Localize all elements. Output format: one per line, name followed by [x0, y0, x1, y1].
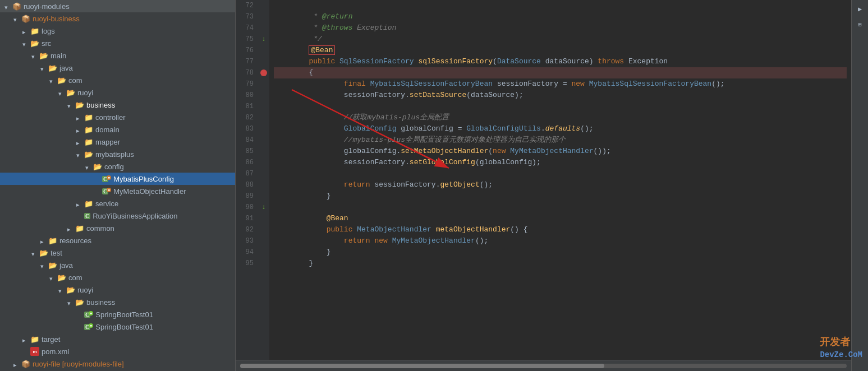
code-line-94: }: [274, 247, 847, 258]
tree-item-MyMetaObjectHandler[interactable]: C ● MyMetaObjectHandler: [0, 185, 235, 197]
tree-item-test[interactable]: 📂 test: [0, 247, 235, 259]
tree-item-controller[interactable]: 📁 controller: [0, 111, 235, 123]
folder-icon: 📁: [84, 137, 93, 146]
tree-label: target: [42, 335, 60, 344]
module-icon: 📦: [21, 359, 30, 368]
line-num-84: 84: [240, 135, 254, 146]
tree-label: com: [68, 76, 82, 85]
tree-label: ruoyi-modules: [24, 2, 70, 11]
line-num-87: 87: [240, 168, 254, 179]
tree-item-ruoyi-modules[interactable]: 📦 ruoyi-modules: [0, 0, 235, 12]
code-line-91: public MetaObjectHandler metaObjectHandl…: [274, 213, 847, 224]
line-num-76: 76: [240, 45, 254, 56]
expand-arrow: [58, 286, 65, 293]
line-num-93: 93: [240, 235, 254, 247]
code-line-95: [274, 258, 847, 269]
tree-label: ruoyi-business: [33, 15, 80, 23]
tree-item-java[interactable]: 📂 java: [0, 62, 235, 74]
tree-label: MyMetaObjectHandler: [113, 187, 186, 196]
tree-item-ruoyi-file[interactable]: 📦 ruoyi-file [ruoyi-modules-file]: [0, 358, 235, 370]
tree-item-java-test[interactable]: 📂 java: [0, 259, 235, 271]
expand-arrow: [76, 138, 83, 145]
tree-item-RuoYiBusinessApplication[interactable]: C RuoYiBusinessApplication: [0, 210, 235, 222]
tree-item-main[interactable]: 📂 main: [0, 49, 235, 62]
tree-item-ruoyi[interactable]: 📂 ruoyi: [0, 86, 235, 99]
tree-item-mapper[interactable]: 📁 mapper: [0, 136, 235, 148]
tree-item-src[interactable]: 📂 src: [0, 37, 235, 49]
horizontal-scrollbar[interactable]: [240, 364, 847, 368]
watermark: 开发者 DevZe.CoM: [820, 335, 862, 360]
line-num-95: 95: [240, 258, 254, 269]
java-file-icon: C: [84, 213, 90, 219]
tree-label: service: [95, 200, 118, 208]
expand-arrow: [31, 52, 38, 59]
tree-item-MybatisPlusConfig[interactable]: C ● MybatisPlusConfig: [0, 173, 235, 185]
line-num-83: 83: [240, 123, 254, 135]
editor-bottom-bar: [236, 360, 851, 371]
line-num-74: 74: [240, 22, 254, 34]
line-num-91: 91: [240, 213, 254, 224]
breakpoint-dot[interactable]: [260, 69, 267, 76]
watermark-cn: 开发者: [820, 337, 850, 348]
folder-icon: 📂: [57, 273, 66, 282]
line-num-72: 72: [240, 0, 254, 11]
tree-item-SpringBootTest01-2[interactable]: C ● SpringBootTest01: [0, 321, 235, 333]
scrollbar-thumb: [240, 364, 604, 368]
tree-item-common[interactable]: 📁 common: [0, 222, 235, 234]
tree-item-business-test[interactable]: 📂 business: [0, 296, 235, 308]
code-line-73: * @throws Exception: [274, 11, 847, 22]
line-num-89: 89: [240, 191, 254, 202]
expand-arrow: [40, 262, 47, 268]
folder-icon: 📁: [30, 26, 39, 35]
tree-label: business: [86, 298, 115, 307]
line-num-85: 85: [240, 146, 254, 157]
tree-item-SpringBootTest01-1[interactable]: C ● SpringBootTest01: [0, 308, 235, 321]
tree-label: SpringBootTest01: [95, 323, 153, 331]
expand-arrow: [31, 249, 38, 256]
right-btn-1[interactable]: ▶: [853, 2, 867, 16]
tree-item-resources[interactable]: 📁 resources: [0, 234, 235, 247]
right-btn-2[interactable]: ⊞: [853, 18, 867, 31]
code-line-87: return sessionFactory.getObject();: [274, 168, 847, 179]
bookmark-icon-2: ↓: [261, 203, 265, 211]
tree-item-pom[interactable]: m pom.xml: [0, 345, 235, 358]
tree-item-domain[interactable]: 📁 domain: [0, 123, 235, 136]
tree-item-mybatisplus[interactable]: 📂 mybatisplus: [0, 148, 235, 160]
test-badge: ●: [89, 311, 93, 316]
tree-item-target[interactable]: 📁 target: [0, 333, 235, 345]
tree-label: ruoyi: [77, 89, 93, 97]
gutter-bean-90: ↓: [258, 202, 269, 213]
tree-item-logs[interactable]: 📁 logs: [0, 25, 235, 37]
folder-icon: 📁: [84, 199, 93, 208]
gutter-breakpoint-78[interactable]: [258, 67, 269, 78]
tree-item-com[interactable]: 📂 com: [0, 74, 235, 86]
expand-arrow: [76, 151, 83, 157]
folder-icon: 📂: [84, 150, 93, 159]
annotation-badge: ●: [107, 188, 111, 192]
tree-item-com-test[interactable]: 📂 com: [0, 271, 235, 284]
tree-item-service[interactable]: 📁 service: [0, 197, 235, 210]
tree-item-ruoyi-business[interactable]: 📦 ruoyi-business: [0, 12, 235, 25]
maven-icon: m: [30, 347, 39, 356]
expand-arrow: [49, 274, 56, 281]
folder-icon: 📂: [30, 39, 39, 48]
tree-label: business: [86, 101, 115, 109]
tree-item-business[interactable]: 📂 business: [0, 99, 235, 111]
folder-icon: 📁: [30, 335, 39, 344]
file-tree[interactable]: 📦 ruoyi-modules 📦 ruoyi-business 📁 logs …: [0, 0, 236, 371]
bookmark-icon: ↓: [261, 35, 265, 43]
tree-label: main: [50, 52, 66, 60]
tree-label: MybatisPlusConfig: [113, 175, 174, 183]
tree-label: java: [59, 261, 73, 270]
tree-item-ruoyi-test[interactable]: 📂 ruoyi: [0, 284, 235, 296]
line-num-77: 77: [240, 56, 254, 67]
tree-label: ruoyi-file [ruoyi-modules-file]: [33, 360, 124, 368]
line-num-82: 82: [240, 112, 254, 123]
folder-icon: 📂: [66, 88, 75, 97]
expand-arrow: [22, 27, 29, 34]
annotation-badge: ●: [107, 175, 111, 180]
expand-arrow: [49, 77, 56, 84]
expand-arrow: [67, 225, 74, 231]
tree-item-config[interactable]: 📂 config: [0, 160, 235, 173]
code-line-72: * @return: [274, 0, 847, 11]
